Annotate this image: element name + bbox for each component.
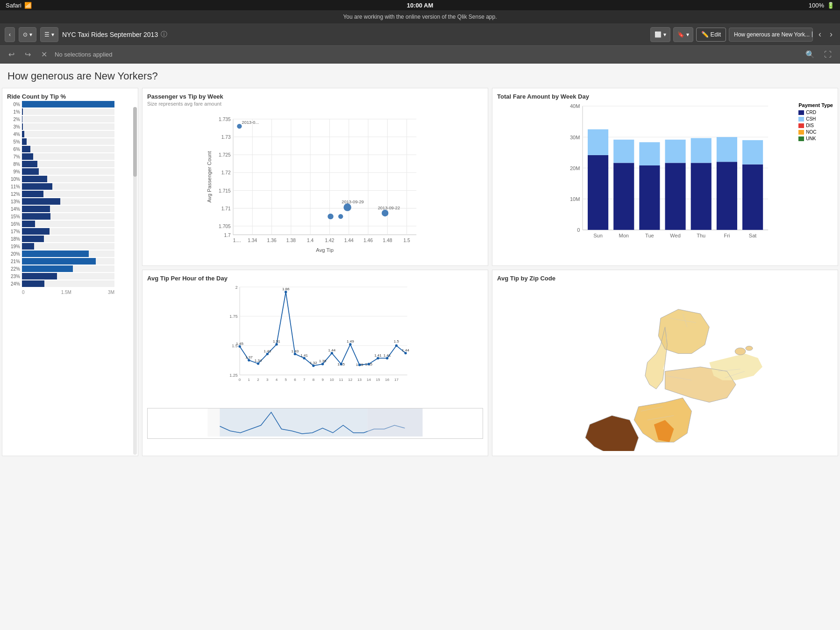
bar-wrapper: 6.08k (22, 123, 114, 130)
bar-wrapper: 209.22k (22, 280, 114, 287)
home-button[interactable]: ⊙ ▾ (19, 27, 36, 42)
sheet-tab: How generous are New York... 📊 ▾ (729, 28, 813, 42)
toolbar: ‹ ⊙ ▾ ☰ ▾ NYC Taxi Rides September 2013 … (0, 23, 840, 46)
svg-point-160 (735, 348, 746, 355)
bar-row[interactable]: 4%16.51k (7, 131, 114, 137)
redo-selection-button[interactable]: ↪ (22, 49, 34, 60)
bar-row[interactable]: 18%157.49k (7, 236, 114, 242)
bar-row[interactable]: 22%771.87k (7, 265, 114, 272)
bar-row[interactable]: 12%154.73k (7, 191, 114, 197)
bar-row[interactable]: 6%58.99k (7, 146, 114, 152)
bar-wrapper: 4.77k (22, 116, 114, 122)
bar-label: 11% (7, 184, 20, 189)
svg-text:8: 8 (313, 378, 315, 382)
bar-row[interactable]: 7%79.87k (7, 153, 114, 160)
bookmark-button[interactable]: 🔖 ▾ (673, 27, 693, 42)
edit-button[interactable]: ✏️ Edit (696, 28, 726, 42)
bar-wrapper: 200.23k (22, 206, 114, 212)
bar-row[interactable]: 23%362.03k (7, 273, 114, 279)
ride-count-title: Ride Count by Tip % (7, 93, 114, 100)
list-button[interactable]: ☰ ▾ (40, 27, 58, 42)
bar-row[interactable]: 17%196.71k (7, 228, 114, 235)
mini-chart-svg (148, 408, 483, 437)
svg-text:Fri: Fri (724, 233, 730, 238)
bar-fill (22, 168, 39, 175)
bar-row[interactable]: 0%6.59M (7, 101, 114, 107)
svg-point-152 (636, 388, 654, 395)
svg-rect-64 (665, 140, 686, 163)
bar-row[interactable]: 15%202.4k (7, 213, 114, 220)
scrollbar-thumb[interactable] (133, 107, 137, 177)
bar-row[interactable]: 9%118.82k (7, 168, 114, 175)
bar-row[interactable]: 5%32.56k (7, 138, 114, 145)
clear-selection-button[interactable]: ✕ (38, 49, 50, 60)
bar-row[interactable]: 16%92.75k (7, 221, 114, 227)
battery-icon: 🔋 (827, 2, 834, 9)
prev-sheet-button[interactable]: ‹ (816, 29, 824, 40)
svg-rect-70 (742, 140, 763, 165)
status-bar-time: 10:00 AM (407, 2, 434, 9)
bar-fill (22, 228, 50, 235)
bar-row[interactable]: 14%200.23k (7, 206, 114, 212)
undo-selection-button[interactable]: ↩ (6, 49, 17, 60)
legend-color-dis (798, 123, 804, 128)
svg-rect-144 (220, 408, 368, 437)
svg-rect-145 (368, 408, 423, 437)
monitor-chevron: ▾ (663, 31, 666, 38)
svg-text:1.41: 1.41 (384, 353, 391, 358)
next-sheet-button[interactable]: › (827, 29, 835, 40)
home-icon: ⊙ (23, 31, 28, 38)
bar-row[interactable]: 8%109.39k (7, 161, 114, 167)
bar-wrapper: 202.4k (22, 213, 114, 220)
bar-row[interactable]: 20%1.13M (7, 251, 114, 257)
status-bar-right: 100% 🔋 (809, 2, 834, 9)
svg-point-161 (746, 346, 753, 350)
svg-text:5: 5 (285, 378, 287, 382)
bar-row[interactable]: 3%6.08k (7, 123, 114, 130)
bar-label: 13% (7, 199, 20, 204)
map-title: Avg Tip by Zip Code (497, 275, 833, 282)
bar-row[interactable]: 11%217.39k (7, 183, 114, 190)
monitor-button[interactable]: ⬜ ▾ (650, 27, 670, 42)
app-title: NYC Taxi Rides September 2013 (62, 31, 158, 38)
bar-row[interactable]: 19%88.09k (7, 243, 114, 250)
bar-row[interactable]: 13%274.69k (7, 198, 114, 205)
bar-row[interactable]: 2%4.77k (7, 116, 114, 122)
bar-label: 16% (7, 222, 20, 227)
selection-status: No selections applied (55, 51, 798, 58)
svg-text:1.73: 1.73 (221, 135, 231, 140)
axis-label: 0 (22, 290, 25, 295)
svg-text:1.35: 1.35 (319, 359, 327, 363)
bar-fill (22, 108, 23, 115)
legend-label-unk: UNK (806, 136, 816, 141)
map-panel: Avg Tip by Zip Code (492, 270, 838, 456)
bar-row[interactable]: 10%179.65k (7, 176, 114, 182)
svg-rect-63 (665, 163, 686, 229)
bar-row[interactable]: 1%6.63k (7, 108, 114, 115)
bar-row[interactable]: 24%209.22k (7, 280, 114, 287)
bar-label: 19% (7, 244, 20, 249)
svg-text:1.45: 1.45 (236, 342, 243, 346)
bar-fill (22, 236, 44, 242)
svg-text:11: 11 (339, 378, 343, 382)
toolbar-right: ⬜ ▾ 🔖 ▾ ✏️ Edit How generous are New Yor… (650, 27, 835, 42)
bar-wrapper: 196.71k (22, 228, 114, 235)
svg-text:0: 0 (239, 378, 241, 382)
fullscreen-button[interactable]: ⛶ (821, 50, 834, 60)
search-button[interactable]: 🔍 (803, 49, 818, 60)
bar-fill (22, 198, 60, 205)
svg-text:1.37: 1.37 (245, 355, 253, 359)
bar-row[interactable]: 21%1.32M (7, 258, 114, 265)
scrollbar-track (133, 107, 137, 455)
notification-bar: You are working with the online version … (0, 10, 840, 23)
svg-text:1.43: 1.43 (292, 349, 299, 353)
legend-item-unk: UNK (798, 136, 833, 141)
bar-label: 6% (7, 147, 20, 152)
bar-fill (22, 101, 114, 107)
bar-chart-container[interactable]: 0%6.59M1%6.63k2%4.77k3%6.08k4%16.51k5%32… (7, 101, 114, 288)
back-button[interactable]: ‹ (5, 27, 15, 42)
svg-text:1.86: 1.86 (282, 287, 290, 291)
legend-label-dis: DIS (806, 123, 814, 128)
info-icon: ⓘ (161, 30, 167, 39)
svg-text:1.42: 1.42 (325, 238, 334, 243)
